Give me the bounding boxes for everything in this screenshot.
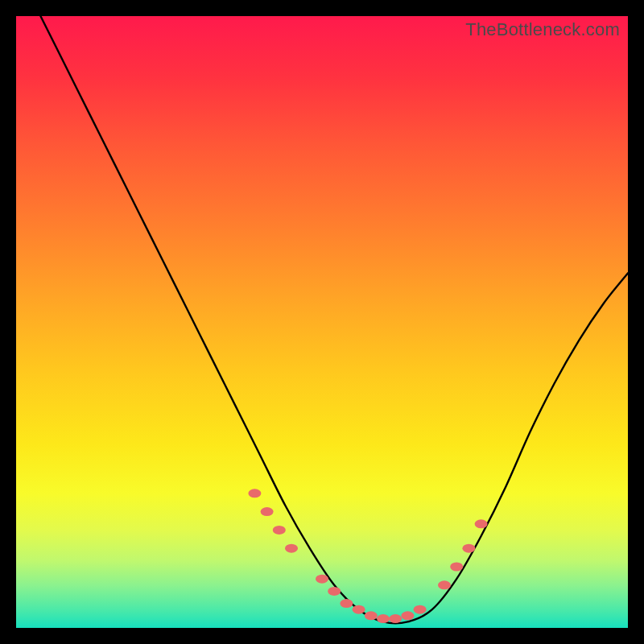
marker-dot <box>328 587 341 596</box>
marker-dot <box>285 544 298 553</box>
plot-area: TheBottleneck.com <box>16 16 628 628</box>
marker-dot <box>462 544 475 553</box>
marker-dot <box>450 563 463 572</box>
marker-dot <box>340 599 353 608</box>
bottleneck-curve <box>40 16 628 623</box>
marker-dot <box>438 580 451 589</box>
marker-dot <box>365 611 378 620</box>
marker-dot <box>389 614 402 623</box>
chart-stage: TheBottleneck.com <box>0 0 644 644</box>
marker-dot <box>261 507 274 516</box>
marker-dot <box>353 605 365 614</box>
chart-svg <box>16 16 628 628</box>
marker-dot <box>475 519 488 528</box>
marker-dot <box>377 614 390 623</box>
marker-dot <box>401 611 414 620</box>
marker-dots-group <box>248 489 487 623</box>
marker-dot <box>316 575 328 584</box>
marker-dot <box>248 489 261 497</box>
marker-dot <box>414 605 427 614</box>
marker-dot <box>273 526 286 535</box>
